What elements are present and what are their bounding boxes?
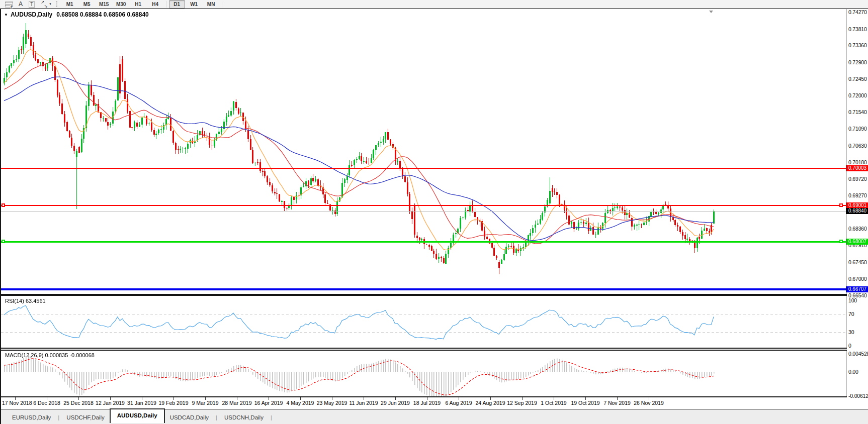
timeframe-button-m15[interactable]: M15 [96,0,112,9]
timeframe-button-h4[interactable]: H4 [147,0,163,9]
price-badge-0.68007: 0.68007 [846,239,868,245]
price-chart-canvas[interactable] [1,9,846,294]
timeframe-button-d1[interactable]: D1 [169,0,185,9]
chart-ohlc-values: 0.68508 0.68884 0.68506 0.68840 [56,11,149,18]
hline-handle[interactable] [839,203,843,207]
macd-axis-tick: 0.004528 [848,351,868,357]
macd-dateaxis-separator [1,396,847,397]
timeframe-button-m1[interactable]: M1 [62,0,78,9]
collapse-icon[interactable]: ▼ [4,13,8,17]
rsi-axis-tick: 0 [848,343,868,349]
chart-window: ▼AUDUSD,Daily0.68508 0.68884 0.68506 0.6… [0,9,868,424]
arrows-icon: ↗↘ [41,1,48,8]
price-axis-tick: 0.69720 [848,176,868,182]
macd-axis-tick: 0.00 [848,369,868,375]
timeframe-button-m5[interactable]: M5 [79,0,95,9]
date-axis-label: 6 Aug 2019 [445,400,472,406]
date-axis-label: 17 Nov 2018 [2,400,32,406]
macd-label: MACD(12,26,9) 0.000835 -0.000068 [5,352,95,358]
date-axis-label: 25 Dec 2018 [63,400,94,406]
fibonacci-tool[interactable]: F [5,1,13,8]
price-axis-tick: 0.68360 [848,226,868,232]
toolbar-separator [222,1,222,8]
rsi-indicator-canvas[interactable] [1,296,846,348]
price-axis-tick: 0.71540 [848,109,868,115]
chart-tab-bar: EURUSD,Daily|USDCHF,DailyAUDUSD,DailyUSD… [1,409,868,424]
hline-handle[interactable] [2,240,5,243]
date-axis-label: 19 Oct 2019 [571,400,599,406]
tab-separator: | [216,414,217,420]
price-badge-0.68840: 0.68840 [846,208,868,214]
macd-axis-tick: -0.006122 [848,393,868,399]
chevron-down-icon: ▾ [49,2,51,6]
horizontal-line-0.68007[interactable] [1,241,846,243]
timeframe-button-group: M1M5M15M30H1H4D1W1MN [61,0,224,9]
date-axis-label: 12 Jan 2019 [96,400,125,406]
rsi-axis-tick: 70 [848,311,868,317]
date-axis-label: 24 Aug 2019 [476,400,505,406]
chart-tab-usdcnh[interactable]: USDCNH,Daily [219,412,269,423]
date-axis-label: 19 Feb 2019 [159,400,189,406]
tab-separator: | [271,414,272,420]
price-axis-tick: 0.67450 [848,259,868,265]
timeframe-button-m30[interactable]: M30 [113,0,129,9]
chart-tab-audusd[interactable]: AUDUSD,Daily [110,408,165,423]
price-axis-tick: 0.73810 [848,26,868,32]
date-axis-label: 23 May 2019 [317,400,348,406]
rsi-macd-separator[interactable] [1,348,847,351]
mt4-application-window: F A T ↗↘ ▾ M1M5M15M30H1H4D1W1MN ▼AUDUSD,… [0,0,868,424]
date-axis-label: 18 Jul 2019 [413,400,441,406]
date-axis-label: 29 Jun 2019 [381,400,410,406]
toolbar-grip [56,1,57,7]
price-axis-tick: 0.70630 [848,143,868,149]
rsi-label: RSI(14) 63.4561 [5,298,46,304]
rsi-axis-tick: 30 [848,329,868,335]
timeframe-button-w1[interactable]: W1 [186,0,202,9]
date-axis-label: 31 Jan 2019 [127,400,156,406]
horizontal-line-0.70003[interactable] [1,168,846,169]
date-axis-label: 6 Dec 2018 [33,400,60,406]
horizontal-line-0.66707[interactable] [1,288,846,290]
date-axis-label: 7 Nov 2019 [603,400,631,406]
text-icon: A [19,1,23,8]
price-axis-tick: 0.72000 [848,92,868,98]
arrows-tool[interactable]: ↗↘ ▾ [41,1,51,8]
chart-tab-usdchf[interactable]: USDCHF,Daily [61,412,109,423]
toolbar-separator [166,1,166,8]
price-badge-0.66707: 0.66707 [846,286,868,292]
price-badge-0.70003: 0.70003 [846,165,868,171]
horizontal-line-0.69001[interactable] [1,205,846,206]
top-toolbar: F A T ↗↘ ▾ M1M5M15M30H1H4D1W1MN [0,0,868,9]
fibonacci-icon: F [5,1,13,8]
price-axis-tick: 0.67000 [848,276,868,282]
date-axis-label: 16 Apr 2019 [254,400,283,406]
current-price-line[interactable] [1,211,846,211]
text-tool[interactable]: A [19,1,23,8]
timeframe-button-mn[interactable]: MN [203,0,219,9]
chart-tab-eurusd[interactable]: EURUSD,Daily [7,412,56,423]
main-rsi-separator[interactable] [1,294,847,296]
chart-title-line: ▼AUDUSD,Daily0.68508 0.68884 0.68506 0.6… [4,11,149,18]
price-axis-tick: 0.74270 [848,9,868,15]
price-axis-tick: 0.70180 [848,159,868,165]
hline-handle[interactable] [2,203,5,207]
price-axis-tick: 0.72900 [848,59,868,65]
chart-tab-usdcad[interactable]: USDCAD,Daily [165,412,214,423]
price-axis-tick: 0.73360 [848,42,868,48]
chart-shift-marker[interactable] [709,11,713,13]
label-tool[interactable]: T [29,1,35,8]
date-axis-label: 11 Jun 2019 [349,400,378,406]
chart-symbol-title: AUDUSD,Daily [11,11,52,18]
macd-indicator-canvas[interactable] [1,351,846,397]
tab-separator: | [58,414,59,420]
price-axis-tick: 0.71090 [848,126,868,132]
date-axis-label: 28 Mar 2019 [222,400,252,406]
date-axis-label: 9 Mar 2019 [192,400,218,406]
price-axis-tick: 0.72450 [848,76,868,82]
rsi-axis-tick: 100 [848,297,868,303]
hline-handle[interactable] [839,240,843,243]
price-axis-tick: 0.69270 [848,192,868,198]
date-axis-label: 1 Oct 2019 [541,400,566,406]
timeframe-button-h1[interactable]: H1 [130,0,146,9]
label-icon: T [29,1,35,8]
